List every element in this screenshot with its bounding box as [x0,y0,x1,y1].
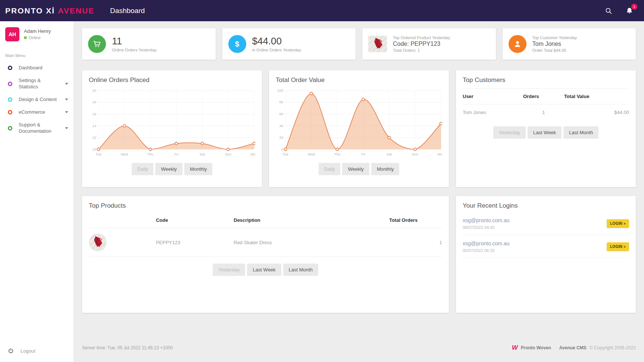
sidebar-item-label: Design & Content [19,97,59,103]
svg-text:Sat: Sat [200,152,205,156]
menu-section-label: Main Menu [0,48,74,62]
column-header-user: User [463,89,523,104]
login-email: xsg@pronto.com.au [463,240,510,246]
login-datetime: 05/07/2022 06:25 [463,248,510,253]
svg-text:60: 60 [279,112,283,116]
svg-text:80: 80 [279,100,283,104]
last-month-button[interactable]: Last Month [563,126,598,139]
sidebar-item-dashboard[interactable]: Dashboard [0,62,74,74]
design-ring-icon [8,97,12,102]
products-range-buttons: Yesterday Last Week Last Month [89,264,442,276]
svg-text:0: 0 [281,147,283,151]
sidebar-item-label: eCommerce [19,109,59,115]
product-image [368,36,387,52]
app-root: PRONTO Xİ AVENUE Dashboard 1 AH [0,0,644,362]
svg-text:14: 14 [92,124,96,128]
navbar-actions: 1 [604,6,634,16]
brand-primary-text: PRONTO Xİ [5,6,55,15]
yesterday-button[interactable]: Yesterday [493,126,526,139]
customer-name-cell: Tom Jones [463,104,523,121]
sidebar-item-settings-statistics[interactable]: Settings & Statistics [0,74,74,93]
list-item: xsg@pronto.com.au 08/07/2022 04:42 LOGIN… [463,212,629,235]
column-header-code: Code [156,213,234,228]
column-header-total-value: Total Value [564,89,629,104]
power-icon [8,348,14,354]
monthly-button[interactable]: Monthly [371,163,400,175]
svg-text:20: 20 [92,88,96,92]
svg-text:100: 100 [277,88,283,92]
dollar-icon: $ [228,35,246,53]
table-row: PEPPY123 Red Skater Dress 1 [89,228,442,257]
page-title: Dashboard [110,7,145,15]
user-name: Adam Henry [24,27,51,34]
notifications-bell-icon[interactable]: 1 [625,6,634,16]
svg-text:Mon: Mon [438,152,442,156]
column-header-orders: Orders [523,89,564,104]
chevron-down-icon [65,98,68,101]
product-description-cell: Red Skater Dress [234,228,389,257]
stat-card-orders: 11 Online Orders Yesterday [82,28,216,60]
svg-text:12: 12 [92,135,96,139]
user-card: AH Adam Henry Online [0,21,74,48]
monthly-button[interactable]: Monthly [184,163,213,175]
column-header-total-orders: Total Orders [389,213,442,228]
content-area: 11 Online Orders Yesterday $ $44.00 in O… [74,21,644,362]
search-icon[interactable] [604,6,613,16]
pronto-woven-logo-icon: W [512,344,518,352]
support-ring-icon [8,126,12,130]
footer: Server time: Tue, 05 Jul 2022 11:45:13 +… [82,328,636,362]
weekly-button[interactable]: Weekly [155,163,182,175]
weekly-button[interactable]: Weekly [342,163,369,175]
panel-title: Top Products [89,202,442,210]
panel-title: Your Recent Logins [463,202,629,210]
svg-text:Tue: Tue [96,152,101,156]
sidebar-item-design-content[interactable]: Design & Content [0,93,74,106]
sidebar-item-ecommerce[interactable]: eCommerce [0,106,74,119]
chart-range-buttons: Daily Weekly Monthly [89,163,255,175]
svg-text:10: 10 [92,147,96,151]
product-image [89,233,107,251]
svg-text:Thu: Thu [147,152,153,156]
pronto-woven-label: Pronto Woven [521,345,551,350]
cart-icon [88,35,106,53]
user-status-label: Online [29,35,41,40]
sidebar-item-support-documentation[interactable]: Support & Documentation [0,119,74,138]
charts-row: Online Orders Placed 101214161820TueWedT… [82,70,636,187]
svg-text:Mon: Mon [251,152,255,156]
login-button[interactable]: LOGIN » [607,219,629,228]
last-week-button[interactable]: Last Week [247,264,281,276]
top-customer-total: Order Total $44.00 [532,48,577,53]
last-week-button[interactable]: Last Week [528,126,562,139]
table-row: Tom Jones 1 $44.00 [463,104,629,121]
online-status-dot [24,36,27,39]
panel-title: Top Customers [463,76,629,89]
brand-logo[interactable]: PRONTO Xİ AVENUE [5,6,94,15]
chevron-down-icon [65,83,68,85]
server-time: Server time: Tue, 05 Jul 2022 11:45:13 +… [82,345,173,350]
settings-ring-icon [8,82,12,86]
yesterday-button[interactable]: Yesterday [213,264,245,276]
login-button[interactable]: LOGIN » [607,242,629,251]
svg-text:Sun: Sun [225,152,231,156]
daily-button[interactable]: Daily [319,163,341,175]
top-customers-table: User Orders Total Value Tom Jones 1 $44.… [463,89,629,120]
brand-accent-text: AVENUE [58,6,94,15]
sidebar: AH Adam Henry Online Main Menu Dashboard… [0,21,74,362]
daily-button[interactable]: Daily [132,163,154,175]
orders-count-label: Online Orders Yesterday [112,48,157,52]
svg-text:18: 18 [92,100,96,104]
logout-button[interactable]: Logout [0,341,74,362]
customers-range-buttons: Yesterday Last Week Last Month [463,126,629,139]
total-order-value-panel: Total Order Value 020406080100TueWedThuF… [269,70,449,187]
online-orders-chart: 101214161820TueWedThuFriSatSunMon [89,87,255,160]
stat-card-order-value: $ $44.00 in Online Orders Yesterday [222,28,356,60]
chevron-down-icon [65,127,68,129]
last-month-button[interactable]: Last Month [283,264,318,276]
order-value-label: in Online Orders Yesterday [252,48,301,52]
sidebar-item-label: Support & Documentation [19,122,59,134]
login-datetime: 08/07/2022 04:42 [463,225,510,230]
logout-label: Logout [21,348,35,354]
top-customer-caption: Top Customer Yesterday [532,35,577,40]
customer-orders-cell: 1 [523,104,564,121]
product-total-orders-cell: 1 [389,228,442,257]
